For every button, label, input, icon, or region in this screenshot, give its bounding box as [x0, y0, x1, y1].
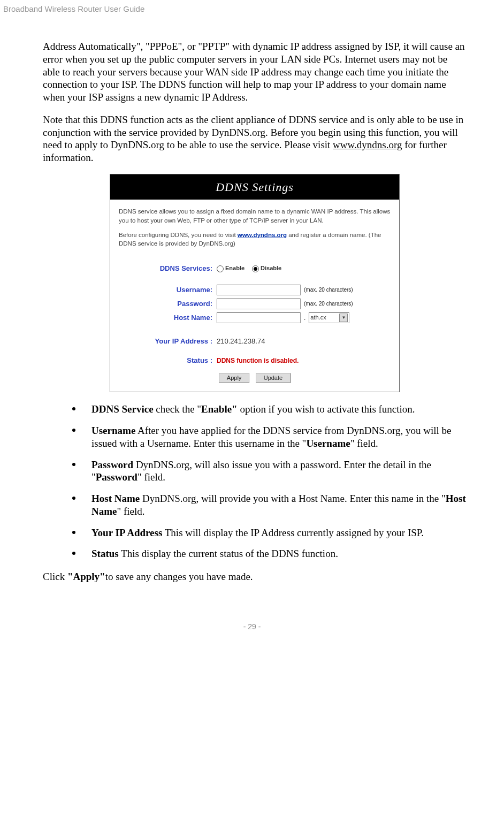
ddns-screenshot: DDNS Settings DDNS service allows you to… — [110, 174, 400, 393]
b1-text2: option if you wish to activate this func… — [238, 403, 415, 415]
chevron-down-icon: ▼ — [339, 314, 348, 322]
paragraph-2: Note that this DDNS function acts as the… — [43, 113, 467, 164]
page-header: Broadband Wireless Router User Guide — [0, 0, 504, 13]
disable-label: Disable — [261, 265, 281, 272]
ddns-services-label: DDNS Services: — [119, 264, 217, 273]
dyndns-link[interactable]: www.dyndns.org — [333, 139, 402, 150]
apply-button[interactable]: Apply — [219, 373, 250, 384]
b3-bold2: Password — [96, 471, 138, 483]
b1-bold: DDNS Service — [91, 403, 154, 415]
b2-text: After you have applied for the DDNS serv… — [91, 425, 451, 449]
status-label: Status : — [119, 356, 217, 365]
b2-text2: " field. — [350, 438, 378, 449]
select-value: ath.cx — [310, 314, 326, 322]
password-input[interactable] — [217, 299, 301, 309]
paragraph-1: Address Automatically", "PPPoE", or "PPT… — [43, 40, 467, 104]
intro-dyndns-link[interactable]: www.dyndns.org — [238, 232, 287, 238]
radio-icon — [217, 265, 224, 272]
b3-bold: Password — [91, 459, 133, 470]
username-hint: (max. 20 characters) — [304, 287, 353, 294]
b1-text: check the " — [154, 403, 202, 415]
hostname-label: Host Name: — [119, 314, 217, 322]
hostname-input[interactable] — [217, 312, 301, 323]
disable-radio[interactable]: Disable — [252, 265, 281, 272]
bullet-hostname: Host Name DynDNS.org, will provide you w… — [72, 492, 467, 518]
domain-select[interactable]: ath.cx ▼ — [309, 312, 349, 323]
screenshot-intro-1: DDNS service allows you to assign a fixe… — [119, 207, 391, 225]
closing-paragraph: Click "Apply"to save any changes you hav… — [43, 570, 467, 583]
update-button[interactable]: Update — [256, 373, 291, 384]
b2-bold: Username — [91, 425, 135, 436]
b5-text: This will display the IP Address current… — [162, 527, 424, 538]
b3-text2: " field. — [138, 471, 165, 483]
bullet-password: Password DynDNS.org, will also issue you… — [72, 459, 467, 484]
your-ip-label: Your IP Address : — [119, 337, 217, 346]
bullet-your-ip: Your IP Address This will display the IP… — [72, 527, 467, 539]
screenshot-title: DDNS Settings — [110, 174, 399, 200]
status-value: DDNS function is disabled. — [217, 357, 299, 365]
b4-bold: Host Name — [91, 493, 140, 504]
b5-bold: Your IP Address — [91, 527, 162, 538]
closing-a: Click — [43, 571, 67, 582]
b2-bold2: Username — [306, 438, 350, 449]
bullet-list: DDNS Service check the "Enable" option i… — [43, 403, 467, 560]
username-input[interactable] — [217, 285, 301, 295]
hostname-dot: . — [304, 314, 306, 322]
closing-c: to save any changes you have made. — [105, 571, 253, 582]
intro2-a: Before configuring DDNS, you need to vis… — [119, 232, 238, 238]
b4-text: DynDNS.org, will provide you with a Host… — [140, 493, 446, 504]
radio-icon — [252, 265, 259, 272]
enable-label: Enable — [225, 265, 245, 272]
enable-radio[interactable]: Enable — [217, 265, 245, 272]
username-label: Username: — [119, 286, 217, 294]
page-number: - 29 - — [0, 604, 504, 636]
closing-b: "Apply" — [67, 571, 105, 582]
bullet-username: Username After you have applied for the … — [72, 424, 467, 450]
main-content: Address Automatically", "PPPoE", or "PPT… — [0, 13, 504, 604]
bullet-ddns-service: DDNS Service check the "Enable" option i… — [72, 403, 467, 416]
b4-text2: " field. — [117, 506, 144, 517]
screenshot-intro-2: Before configuring DDNS, you need to vis… — [119, 231, 391, 248]
password-label: Password: — [119, 300, 217, 308]
b1-bold2: Enable" — [201, 403, 238, 415]
b6-bold: Status — [91, 548, 119, 559]
ip-value: 210.241.238.74 — [217, 337, 265, 346]
b6-text: This display the current status of the D… — [119, 548, 338, 559]
password-hint: (max. 20 characters) — [304, 301, 353, 308]
bullet-status: Status This display the current status o… — [72, 547, 467, 560]
